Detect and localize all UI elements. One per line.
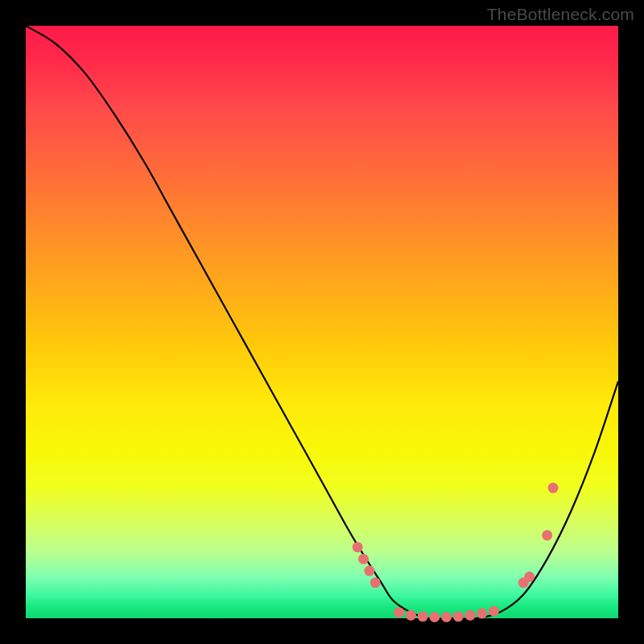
marker-point xyxy=(465,610,476,621)
marker-point xyxy=(489,606,499,617)
marker-point xyxy=(542,530,552,540)
marker-point xyxy=(364,566,374,576)
plot-area xyxy=(26,26,618,618)
marker-point xyxy=(418,611,428,621)
marker-point xyxy=(477,609,487,619)
chart-container: TheBottleneck.com xyxy=(0,0,644,644)
marker-point xyxy=(406,610,416,621)
marker-point xyxy=(524,572,535,582)
marker-point xyxy=(453,611,464,621)
marker-point xyxy=(353,542,363,552)
bottleneck-curve xyxy=(26,26,618,619)
marker-point xyxy=(358,554,369,564)
marker-point xyxy=(441,612,452,622)
watermark-text: TheBottleneck.com xyxy=(487,5,634,24)
marker-point xyxy=(394,607,404,617)
marker-point xyxy=(370,577,381,588)
highlight-markers xyxy=(353,483,559,622)
marker-point xyxy=(429,612,440,622)
chart-svg xyxy=(26,26,618,618)
marker-point xyxy=(548,483,559,493)
